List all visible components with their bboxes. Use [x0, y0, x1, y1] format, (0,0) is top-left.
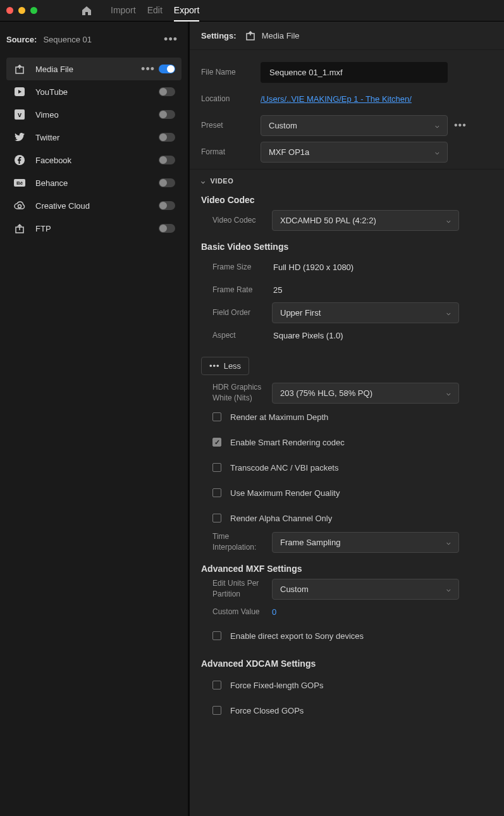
tab-export[interactable]: Export	[174, 0, 199, 22]
less-label: Less	[224, 361, 241, 371]
svg-point-7	[18, 205, 22, 208]
frame-size-label: Frame Size	[212, 263, 272, 271]
chevron-down-icon: ⌵	[446, 585, 451, 593]
format-select[interactable]: MXF OP1a ⌵	[261, 142, 448, 163]
destination-behance[interactable]: BēBehance	[6, 171, 181, 194]
destination-label: YouTube	[35, 87, 159, 97]
destination-ftp[interactable]: FTP	[6, 217, 181, 240]
tab-import[interactable]: Import	[111, 0, 136, 22]
sony-export-label: Enable direct export to Sony devices	[230, 631, 364, 641]
destination-toggle[interactable]	[159, 201, 175, 210]
preset-more-icon[interactable]: •••	[454, 120, 467, 131]
smart-render-checkbox[interactable]	[212, 438, 221, 447]
destination-more-icon[interactable]: •••	[137, 63, 159, 76]
source-more-icon[interactable]: •••	[160, 33, 181, 46]
time-interp-value: Frame Sampling	[280, 538, 340, 547]
mxf-title: Advanced MXF Settings	[190, 557, 504, 578]
edit-units-select[interactable]: Custom ⌵	[272, 579, 459, 600]
destination-toggle[interactable]	[159, 224, 175, 233]
destination-toggle[interactable]	[159, 87, 175, 96]
transcode-anc-label: Transcode ANC / VBI packets	[230, 463, 338, 473]
chevron-down-icon: ⌵	[201, 178, 206, 185]
sony-export-checkbox[interactable]	[212, 631, 221, 640]
chevron-down-icon: ⌵	[446, 309, 451, 317]
destination-cloud[interactable]: Creative Cloud	[6, 194, 181, 217]
ftp-icon	[13, 223, 27, 233]
max-quality-checkbox[interactable]	[212, 488, 221, 497]
destination-label: Behance	[35, 178, 159, 188]
chevron-down-icon: ⌵	[435, 148, 439, 156]
destination-twitter[interactable]: Twitter	[6, 126, 181, 149]
destination-label: FTP	[35, 224, 159, 233]
video-codec-title: Video Codec	[190, 189, 504, 209]
render-max-depth-checkbox[interactable]	[212, 412, 221, 421]
format-value: MXF OP1a	[269, 147, 309, 157]
twitter-icon	[13, 133, 27, 142]
destination-facebook[interactable]: Facebook	[6, 149, 181, 171]
aspect-label: Aspect	[212, 331, 272, 340]
destination-toggle[interactable]	[159, 156, 175, 164]
settings-header: Settings: Media File	[190, 22, 504, 50]
settings-label: Settings:	[201, 31, 237, 40]
home-icon[interactable]	[82, 6, 92, 16]
tab-edit[interactable]: Edit	[147, 0, 163, 22]
svg-text:v: v	[18, 111, 22, 118]
custom-value-input[interactable]: 0	[272, 607, 276, 617]
chevron-down-icon: ⌵	[446, 389, 451, 397]
destination-toggle[interactable]	[159, 65, 175, 73]
file-name-label: File Name	[201, 68, 261, 77]
mediafile-icon	[245, 30, 255, 40]
destination-label: Media File	[35, 65, 137, 74]
smart-render-label: Enable Smart Rendering codec	[230, 438, 345, 447]
alpha-only-label: Render Alpha Channel Only	[230, 514, 332, 523]
xdcam-title: Advanced XDCAM Settings	[190, 652, 504, 672]
file-name-input[interactable]	[261, 62, 448, 83]
settings-value: Media File	[262, 31, 300, 40]
time-interp-select[interactable]: Frame Sampling ⌵	[272, 532, 459, 553]
edit-units-value: Custom	[280, 584, 309, 594]
frame-size-value: Full HD (1920 x 1080)	[272, 263, 353, 272]
closed-gops-label: Force Closed GOPs	[230, 706, 304, 715]
source-value[interactable]: Sequence 01	[43, 35, 160, 44]
destination-toggle[interactable]	[159, 110, 175, 119]
destination-vimeo[interactable]: vVimeo	[6, 103, 181, 126]
frame-rate-label: Frame Rate	[212, 285, 272, 294]
destination-toggle[interactable]	[159, 133, 175, 142]
source-label: Source:	[6, 35, 37, 44]
video-section-header[interactable]: ⌵ VIDEO	[190, 170, 504, 189]
minimize-window[interactable]	[18, 7, 25, 14]
sidebar: Source: Sequence 01 ••• Media File•••You…	[0, 22, 190, 816]
alpha-only-checkbox[interactable]	[212, 514, 221, 522]
edit-units-label: Edit Units Per Partition	[212, 578, 272, 600]
destination-label: Facebook	[35, 156, 159, 165]
max-quality-label: Use Maximum Render Quality	[230, 488, 340, 498]
destination-label: Twitter	[35, 133, 159, 142]
close-window[interactable]	[6, 7, 13, 14]
video-codec-select[interactable]: XDCAMHD 50 PAL (4:2:2) ⌵	[272, 210, 459, 231]
location-link[interactable]: /Users/..VIE MAKING/Ep 1 - The Kitchen/	[261, 94, 412, 104]
maximize-window[interactable]	[30, 7, 37, 14]
field-order-label: Field Order	[212, 308, 272, 317]
less-button[interactable]: ••• Less	[201, 357, 249, 375]
window-controls	[6, 7, 37, 14]
hdr-select[interactable]: 203 (75% HLG, 58% PQ) ⌵	[272, 383, 459, 404]
chevron-down-icon: ⌵	[446, 538, 451, 547]
preset-value: Custom	[269, 121, 297, 130]
video-codec-label: Video Codec	[212, 216, 272, 225]
field-order-select[interactable]: Upper First ⌵	[272, 302, 459, 323]
settings-content: Settings: Media File File Name Location …	[190, 22, 504, 816]
destination-youtube[interactable]: YouTube	[6, 80, 181, 103]
cloud-icon	[13, 201, 27, 210]
closed-gops-checkbox[interactable]	[212, 706, 221, 715]
destination-label: Vimeo	[35, 110, 159, 120]
destination-toggle[interactable]	[159, 178, 175, 187]
destination-label: Creative Cloud	[35, 201, 159, 211]
destination-mediafile[interactable]: Media File•••	[6, 58, 181, 80]
preset-select[interactable]: Custom ⌵	[261, 115, 448, 136]
facebook-icon	[13, 155, 27, 165]
transcode-anc-checkbox[interactable]	[212, 463, 221, 472]
youtube-icon	[13, 87, 27, 96]
fixed-gops-checkbox[interactable]	[212, 681, 221, 689]
top-bar: Import Edit Export	[0, 0, 504, 22]
mediafile-icon	[13, 64, 27, 74]
